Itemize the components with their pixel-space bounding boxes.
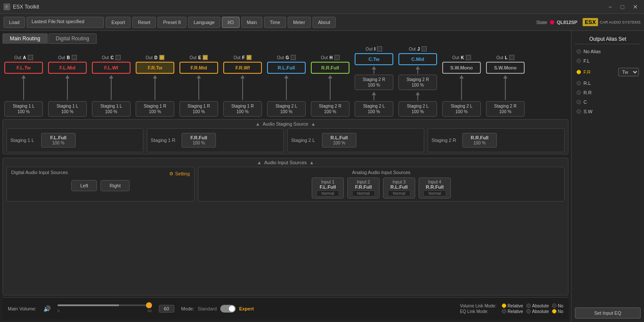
export-button[interactable]: Export xyxy=(106,17,131,28)
out-box-L[interactable]: S.W.Mono xyxy=(486,62,525,74)
line-J xyxy=(417,95,418,100)
analog-input-3[interactable]: Input 3 R.L.Full Normal xyxy=(383,178,415,199)
eq-no-label: No xyxy=(558,309,563,314)
alias-fr-dropdown[interactable]: Tw Mid Wf Full xyxy=(618,68,639,76)
preset8-button[interactable]: Preset 8 xyxy=(158,17,186,28)
alias-rl[interactable]: R.L xyxy=(575,79,641,87)
routing-panel: Main Routing Digital Routing Out A F.L.T… xyxy=(0,31,571,322)
staging-group-2R[interactable]: Staging 2 R R.R.Full100 % xyxy=(428,128,565,152)
source-F[interactable]: Staging 1 R 100 % xyxy=(223,101,262,117)
right-input-button[interactable]: Right xyxy=(100,180,130,191)
about-button[interactable]: About xyxy=(313,17,336,28)
analog-inputs-row: Input 1 F.L.Full Normal Input 2 F.R.Full… xyxy=(203,178,560,199)
main-button[interactable]: Main xyxy=(241,17,263,28)
out-box-A[interactable]: F.L.Tw xyxy=(4,62,43,74)
source-B[interactable]: Staging 1 L 100 % xyxy=(48,101,87,117)
arrow-C xyxy=(109,75,113,78)
out-box-I[interactable]: C.Tw xyxy=(355,53,393,65)
out-checkbox-E[interactable]: ✓ xyxy=(203,55,208,60)
brand-logo: ESX CAR AUDIO SYSTEMS xyxy=(583,18,641,26)
out-checkbox-H[interactable] xyxy=(334,55,340,60)
out-box-K[interactable]: S.W.Mono xyxy=(442,62,481,74)
source-D[interactable]: Staging 1 R 100 % xyxy=(136,101,174,117)
out-box-C[interactable]: F.L.Wf xyxy=(92,62,131,74)
analog-input-2[interactable]: Input 2 F.R.Full Normal xyxy=(347,178,380,199)
volume-no-option[interactable]: No xyxy=(552,304,563,308)
out-letter-I: I xyxy=(374,47,376,51)
volume-slider[interactable] xyxy=(58,304,152,306)
out-box-F[interactable]: F.R.Wf xyxy=(223,62,262,74)
source-L[interactable]: Staging 2 R 100 % xyxy=(486,101,525,117)
language-button[interactable]: Language xyxy=(188,17,220,28)
source-G[interactable]: Staging 2 L 100 % xyxy=(267,101,306,117)
source-E[interactable]: Staging 1 R 100 % xyxy=(179,101,218,117)
left-input-button[interactable]: Left xyxy=(71,180,97,191)
arrow-I-top xyxy=(372,66,376,69)
staging-group-1R[interactable]: Staging 1 R F.R.Full100 % xyxy=(147,128,284,152)
out-header-G: Out G xyxy=(265,55,307,60)
time-button[interactable]: Time xyxy=(264,17,286,28)
out-checkbox-D[interactable]: ✓ xyxy=(159,55,164,60)
alias-sw[interactable]: S.W xyxy=(575,108,641,115)
load-button[interactable]: Load xyxy=(3,17,25,28)
setting-button[interactable]: ⚙ Setting xyxy=(169,171,190,177)
volume-relative-option[interactable]: Relative xyxy=(502,304,523,308)
source-I-above[interactable]: Staging 2 R 100 % xyxy=(355,75,393,90)
out-checkbox-J[interactable] xyxy=(422,46,427,51)
out-box-J[interactable]: C.Mid xyxy=(398,53,437,65)
analog-input-4[interactable]: Input 4 R.R.Full Normal xyxy=(419,178,451,199)
eq-relative-option[interactable]: Relative xyxy=(502,309,523,314)
alias-rr[interactable]: R.R xyxy=(575,89,641,96)
staging-2L-signal[interactable]: R.L.Full100 % xyxy=(322,133,356,147)
source-J[interactable]: Staging 2 L 100 % xyxy=(398,101,437,117)
out-checkbox-C[interactable] xyxy=(115,55,121,60)
out-box-B[interactable]: F.L.Mid xyxy=(48,62,87,74)
mode-toggle[interactable] xyxy=(220,305,236,313)
arrow-I xyxy=(372,92,376,95)
maximize-button[interactable]: □ xyxy=(618,3,627,11)
staging-1L-signal[interactable]: F.L.Full100 % xyxy=(41,133,76,147)
out-letter-K: K xyxy=(461,55,464,60)
source-H[interactable]: Staging 2 R 100 % xyxy=(311,101,349,117)
staging-group-2L[interactable]: Staging 2 L R.L.Full100 % xyxy=(287,128,424,152)
set-input-eq-button[interactable]: Set Input EQ xyxy=(575,307,641,319)
alias-c[interactable]: C xyxy=(575,98,641,106)
app-icon: E xyxy=(3,3,10,10)
staging-1R-signal[interactable]: F.R.Full100 % xyxy=(182,133,216,147)
alias-fr[interactable]: F.R Tw Mid Wf Full xyxy=(575,66,641,78)
out-checkbox-I[interactable] xyxy=(377,46,382,51)
out-checkbox-K[interactable] xyxy=(466,55,471,60)
reset-button[interactable]: Reset xyxy=(132,17,156,28)
source-K[interactable]: Staging 2 L 100 % xyxy=(442,101,481,117)
out-checkbox-A[interactable] xyxy=(28,55,33,60)
staging-group-1L[interactable]: Staging 1 L F.L.Full100 % xyxy=(6,128,143,152)
source-I[interactable]: Staging 2 L 100 % xyxy=(355,101,393,117)
out-box-H[interactable]: R.R.Full xyxy=(311,62,349,74)
meter-button[interactable]: Meter xyxy=(288,17,311,28)
analog-input-1[interactable]: Input 1 F.L.Full Normal xyxy=(312,178,344,199)
out-checkbox-F[interactable]: ✓ xyxy=(246,55,252,60)
eq-absolute-option[interactable]: Absolute xyxy=(526,309,549,314)
volume-absolute-option[interactable]: Absolute xyxy=(526,304,549,308)
tab-digital-routing[interactable]: Digital Routing xyxy=(49,33,97,44)
io-button[interactable]: I/O xyxy=(222,17,240,28)
input-sources-section: ▲ Audio Input Sources ▲ Digital Audio In… xyxy=(3,158,568,295)
out-box-E[interactable]: F.R.Mid xyxy=(179,62,218,74)
minimize-button[interactable]: − xyxy=(606,3,614,11)
out-checkbox-G[interactable] xyxy=(291,55,296,60)
source-A[interactable]: Staging 1 L 100 % xyxy=(4,101,43,117)
alias-fl[interactable]: F.L xyxy=(575,57,641,65)
out-checkbox-B[interactable] xyxy=(72,55,77,60)
staging-2R-signal[interactable]: R.R.Full100 % xyxy=(462,133,497,147)
source-C[interactable]: Staging 1 L 100 % xyxy=(92,101,131,117)
close-button[interactable]: ✕ xyxy=(630,3,641,11)
line-C xyxy=(111,78,112,100)
eq-no-option[interactable]: No xyxy=(552,309,563,314)
out-checkbox-L[interactable] xyxy=(509,55,514,60)
source-J-above[interactable]: Staging 2 R 100 % xyxy=(398,75,437,90)
out-box-D[interactable]: F.R.Tw xyxy=(136,62,174,74)
alias-noalias[interactable]: No Alias xyxy=(575,48,641,55)
tab-main-routing[interactable]: Main Routing xyxy=(3,33,48,44)
out-box-G[interactable]: R.L.Full xyxy=(267,62,306,74)
alias-rl-label: R.L xyxy=(583,81,591,86)
